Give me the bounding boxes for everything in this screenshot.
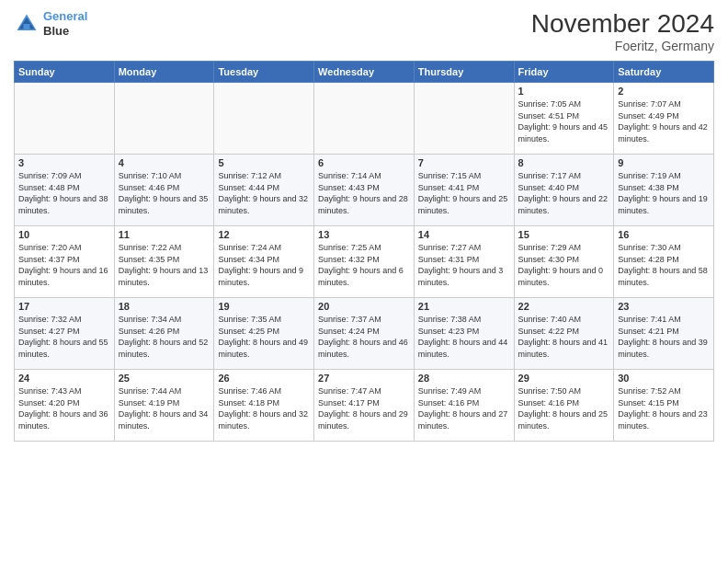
day-info: Sunrise: 7:09 AM Sunset: 4:48 PM Dayligh… [18, 170, 110, 216]
day-cell: 22Sunrise: 7:40 AM Sunset: 4:22 PM Dayli… [514, 298, 614, 370]
day-cell: 1Sunrise: 7:05 AM Sunset: 4:51 PM Daylig… [514, 83, 614, 155]
day-cell: 23Sunrise: 7:41 AM Sunset: 4:21 PM Dayli… [614, 298, 714, 370]
day-info: Sunrise: 7:50 AM Sunset: 4:16 PM Dayligh… [518, 385, 610, 431]
week-row-3: 10Sunrise: 7:20 AM Sunset: 4:37 PM Dayli… [15, 226, 714, 298]
day-number: 29 [518, 373, 610, 384]
week-row-1: 1Sunrise: 7:05 AM Sunset: 4:51 PM Daylig… [15, 83, 714, 155]
col-header-wednesday: Wednesday [314, 62, 415, 83]
day-number: 22 [518, 301, 610, 312]
day-number: 15 [518, 229, 610, 240]
day-info: Sunrise: 7:34 AM Sunset: 4:26 PM Dayligh… [119, 314, 210, 360]
day-number: 19 [218, 301, 310, 312]
day-number: 17 [18, 301, 110, 312]
day-number: 6 [318, 157, 410, 168]
day-info: Sunrise: 7:40 AM Sunset: 4:22 PM Dayligh… [518, 314, 610, 360]
day-info: Sunrise: 7:27 AM Sunset: 4:31 PM Dayligh… [418, 242, 510, 288]
day-info: Sunrise: 7:17 AM Sunset: 4:40 PM Dayligh… [518, 170, 610, 216]
day-cell [214, 83, 314, 155]
day-cell [414, 83, 514, 155]
day-number: 13 [318, 229, 410, 240]
day-cell: 14Sunrise: 7:27 AM Sunset: 4:31 PM Dayli… [414, 226, 514, 298]
day-number: 25 [119, 373, 210, 384]
day-cell: 28Sunrise: 7:49 AM Sunset: 4:16 PM Dayli… [414, 370, 514, 442]
day-cell: 11Sunrise: 7:22 AM Sunset: 4:35 PM Dayli… [114, 226, 214, 298]
day-number: 20 [318, 301, 410, 312]
day-cell: 13Sunrise: 7:25 AM Sunset: 4:32 PM Dayli… [314, 226, 415, 298]
day-info: Sunrise: 7:07 AM Sunset: 4:49 PM Dayligh… [618, 98, 710, 144]
day-cell: 6Sunrise: 7:14 AM Sunset: 4:43 PM Daylig… [314, 155, 415, 226]
col-header-monday: Monday [114, 62, 214, 83]
day-number: 12 [218, 229, 310, 240]
page: General Blue November 2024 Foeritz, Germ… [0, 0, 728, 563]
day-cell: 17Sunrise: 7:32 AM Sunset: 4:27 PM Dayli… [15, 298, 115, 370]
col-header-thursday: Thursday [414, 62, 514, 83]
day-cell: 18Sunrise: 7:34 AM Sunset: 4:26 PM Dayli… [114, 298, 214, 370]
day-info: Sunrise: 7:20 AM Sunset: 4:37 PM Dayligh… [18, 242, 110, 288]
day-cell: 16Sunrise: 7:30 AM Sunset: 4:28 PM Dayli… [614, 226, 714, 298]
location: Foeritz, Germany [531, 39, 714, 53]
day-number: 14 [418, 229, 510, 240]
col-header-friday: Friday [514, 62, 614, 83]
month-title: November 2024 [531, 9, 714, 39]
day-cell: 2Sunrise: 7:07 AM Sunset: 4:49 PM Daylig… [614, 83, 714, 155]
day-number: 28 [418, 373, 510, 384]
day-cell: 30Sunrise: 7:52 AM Sunset: 4:15 PM Dayli… [614, 370, 714, 442]
day-cell: 3Sunrise: 7:09 AM Sunset: 4:48 PM Daylig… [15, 155, 115, 226]
logo-line1: General [43, 9, 87, 23]
day-info: Sunrise: 7:43 AM Sunset: 4:20 PM Dayligh… [18, 385, 110, 431]
day-cell: 15Sunrise: 7:29 AM Sunset: 4:30 PM Dayli… [514, 226, 614, 298]
day-cell: 25Sunrise: 7:44 AM Sunset: 4:19 PM Dayli… [114, 370, 214, 442]
week-row-4: 17Sunrise: 7:32 AM Sunset: 4:27 PM Dayli… [15, 298, 714, 370]
week-row-5: 24Sunrise: 7:43 AM Sunset: 4:20 PM Dayli… [15, 370, 714, 442]
day-info: Sunrise: 7:29 AM Sunset: 4:30 PM Dayligh… [518, 242, 610, 288]
day-number: 21 [418, 301, 510, 312]
day-number: 10 [18, 229, 110, 240]
day-info: Sunrise: 7:30 AM Sunset: 4:28 PM Dayligh… [618, 242, 710, 288]
day-number: 24 [18, 373, 110, 384]
day-number: 1 [518, 86, 610, 97]
day-number: 8 [518, 157, 610, 168]
svg-rect-3 [24, 24, 30, 30]
day-info: Sunrise: 7:10 AM Sunset: 4:46 PM Dayligh… [119, 170, 210, 216]
day-info: Sunrise: 7:44 AM Sunset: 4:19 PM Dayligh… [119, 385, 210, 431]
day-cell: 10Sunrise: 7:20 AM Sunset: 4:37 PM Dayli… [15, 226, 115, 298]
day-info: Sunrise: 7:49 AM Sunset: 4:16 PM Dayligh… [418, 385, 510, 431]
day-number: 9 [618, 157, 710, 168]
day-info: Sunrise: 7:05 AM Sunset: 4:51 PM Dayligh… [518, 98, 610, 144]
day-info: Sunrise: 7:35 AM Sunset: 4:25 PM Dayligh… [218, 314, 310, 360]
col-header-sunday: Sunday [15, 62, 115, 83]
day-number: 11 [119, 229, 210, 240]
day-info: Sunrise: 7:46 AM Sunset: 4:18 PM Dayligh… [218, 385, 310, 431]
day-cell: 27Sunrise: 7:47 AM Sunset: 4:17 PM Dayli… [314, 370, 415, 442]
day-number: 18 [119, 301, 210, 312]
col-header-saturday: Saturday [614, 62, 714, 83]
day-number: 26 [218, 373, 310, 384]
day-cell: 12Sunrise: 7:24 AM Sunset: 4:34 PM Dayli… [214, 226, 314, 298]
day-cell: 20Sunrise: 7:37 AM Sunset: 4:24 PM Dayli… [314, 298, 415, 370]
day-info: Sunrise: 7:19 AM Sunset: 4:38 PM Dayligh… [618, 170, 710, 216]
day-cell: 21Sunrise: 7:38 AM Sunset: 4:23 PM Dayli… [414, 298, 514, 370]
day-cell [15, 83, 115, 155]
day-cell: 29Sunrise: 7:50 AM Sunset: 4:16 PM Dayli… [514, 370, 614, 442]
day-info: Sunrise: 7:24 AM Sunset: 4:34 PM Dayligh… [218, 242, 310, 288]
logo-line2: Blue [43, 24, 87, 39]
day-info: Sunrise: 7:12 AM Sunset: 4:44 PM Dayligh… [218, 170, 310, 216]
day-info: Sunrise: 7:37 AM Sunset: 4:24 PM Dayligh… [318, 314, 410, 360]
day-cell [314, 83, 415, 155]
day-number: 30 [618, 373, 710, 384]
day-number: 5 [218, 157, 310, 168]
day-info: Sunrise: 7:25 AM Sunset: 4:32 PM Dayligh… [318, 242, 410, 288]
day-info: Sunrise: 7:14 AM Sunset: 4:43 PM Dayligh… [318, 170, 410, 216]
day-number: 4 [119, 157, 210, 168]
day-cell: 9Sunrise: 7:19 AM Sunset: 4:38 PM Daylig… [614, 155, 714, 226]
title-section: November 2024 Foeritz, Germany [531, 9, 714, 53]
day-info: Sunrise: 7:32 AM Sunset: 4:27 PM Dayligh… [18, 314, 110, 360]
day-cell: 5Sunrise: 7:12 AM Sunset: 4:44 PM Daylig… [214, 155, 314, 226]
day-cell: 19Sunrise: 7:35 AM Sunset: 4:25 PM Dayli… [214, 298, 314, 370]
day-info: Sunrise: 7:22 AM Sunset: 4:35 PM Dayligh… [119, 242, 210, 288]
logo-icon [14, 11, 40, 37]
day-cell: 24Sunrise: 7:43 AM Sunset: 4:20 PM Dayli… [15, 370, 115, 442]
logo: General Blue [14, 9, 87, 38]
calendar-header-row: SundayMondayTuesdayWednesdayThursdayFrid… [15, 62, 714, 83]
day-number: 3 [18, 157, 110, 168]
